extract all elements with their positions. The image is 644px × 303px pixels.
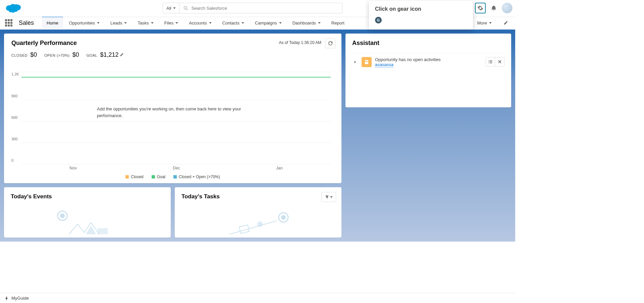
- swatch-icon: [125, 175, 129, 179]
- search-input[interactable]: [192, 6, 338, 11]
- metric-open: OPEN (>70%) $0: [44, 51, 79, 58]
- svg-line-8: [230, 221, 277, 234]
- swatch-icon: [152, 175, 155, 179]
- header-utility: [475, 3, 513, 13]
- refresh-icon: [328, 41, 333, 46]
- card-title: Assistant: [352, 40, 504, 47]
- card-title: Today's Events: [11, 193, 164, 200]
- nav-more[interactable]: More: [472, 20, 496, 26]
- legend-goal: Goal: [152, 174, 165, 179]
- svg-point-10: [257, 221, 263, 227]
- lightning-icon: [5, 296, 9, 301]
- nav-dashboards[interactable]: Dashboards: [288, 16, 325, 29]
- pencil-icon: [503, 20, 508, 25]
- svg-point-0: [184, 6, 187, 9]
- app-name: Sales: [19, 19, 34, 27]
- user-avatar[interactable]: [502, 3, 513, 13]
- legend-closed-open: Closed + Open (>70%): [173, 174, 220, 179]
- todays-tasks-card: Today's Tasks: [175, 187, 341, 238]
- bell-icon: [491, 5, 497, 11]
- expand-item-button[interactable]: [352, 59, 358, 65]
- card-title: Today's Tasks: [181, 193, 335, 200]
- assistant-item: Opportunity has no open activities asasa…: [352, 53, 504, 67]
- chart-legend: Closed Goal Closed + Open (>70%): [11, 174, 334, 179]
- svg-point-3: [60, 213, 65, 218]
- utility-bar-label[interactable]: MyGuide: [11, 296, 29, 301]
- filter-icon: [325, 195, 329, 199]
- gear-icon: [477, 5, 483, 11]
- utility-bar: MyGuide: [0, 293, 515, 303]
- svg-point-7: [281, 215, 286, 220]
- guide-tooltip: Click on gear icon G: [369, 1, 473, 30]
- tooltip-title: Click on gear icon: [375, 6, 467, 12]
- nav-contacts[interactable]: Contacts: [218, 16, 249, 29]
- caret-down-icon: [151, 22, 154, 24]
- chevron-right-icon: [354, 60, 357, 64]
- pencil-icon: [120, 53, 124, 57]
- global-search: All: [163, 3, 342, 13]
- caret-down-icon: [318, 22, 321, 24]
- caret-down-icon: [97, 22, 100, 24]
- nav-opportunities[interactable]: Opportunities: [64, 16, 104, 29]
- assistant-item-text: Opportunity has no open activities asasa…: [375, 57, 441, 67]
- nav-reports[interactable]: Report: [327, 16, 349, 29]
- new-task-button[interactable]: [486, 57, 495, 66]
- performance-chart: 0 300 600 900 1.2K Add the opportunities…: [11, 72, 334, 172]
- right-column: Assistant Opportunity has no open activi…: [345, 34, 511, 238]
- search-scope-dropdown[interactable]: All: [163, 3, 179, 13]
- left-column: Quarterly Performance As of Today 1:36:2…: [4, 34, 341, 238]
- refresh-button[interactable]: [325, 38, 335, 48]
- tasks-illustration: [216, 207, 300, 238]
- search-icon: [183, 6, 188, 10]
- task-filter-button[interactable]: [321, 192, 336, 202]
- todays-events-card: Today's Events: [4, 187, 171, 238]
- salesforce-logo: [4, 2, 21, 14]
- svg-line-1: [187, 9, 188, 10]
- caret-down-icon: [175, 22, 178, 24]
- caret-down-icon: [173, 7, 176, 9]
- nav-files[interactable]: Files: [160, 16, 183, 29]
- nav-campaigns[interactable]: Campaigns: [250, 16, 286, 29]
- opportunity-icon: [362, 57, 372, 67]
- close-icon: [498, 60, 502, 64]
- search-scope-label: All: [166, 6, 171, 11]
- setup-gear-button[interactable]: [475, 3, 486, 13]
- edit-nav-button[interactable]: [500, 17, 511, 28]
- page-canvas: Quarterly Performance As of Today 1:36:2…: [0, 30, 515, 242]
- events-illustration: [46, 207, 129, 238]
- metric-closed: CLOSED $0: [11, 51, 37, 58]
- caret-down-icon: [209, 22, 212, 24]
- caret-down-icon: [279, 22, 282, 24]
- assistant-item-actions: [486, 57, 504, 66]
- myguide-logo-icon: G: [375, 17, 382, 23]
- chart-empty-hint: Add the opportunities you're working on,…: [97, 106, 255, 119]
- nav-home[interactable]: Home: [42, 16, 63, 29]
- caret-down-icon: [124, 22, 127, 24]
- nav-tasks[interactable]: Tasks: [133, 16, 158, 29]
- notifications-button[interactable]: [488, 3, 499, 13]
- assistant-item-link[interactable]: asasassa: [375, 62, 393, 67]
- edit-goal-button[interactable]: [120, 53, 124, 57]
- row-cards: Today's Events Today's Tasks: [4, 187, 341, 238]
- metrics-row: CLOSED $0 OPEN (>70%) $0 GOAL $1,212: [11, 51, 334, 58]
- app-launcher-button[interactable]: [4, 18, 13, 28]
- quarterly-performance-card: Quarterly Performance As of Today 1:36:2…: [4, 34, 341, 183]
- search-box: [179, 3, 342, 13]
- svg-rect-5: [98, 228, 108, 234]
- x-axis-labels: Nov Dec Jan: [21, 166, 331, 170]
- assistant-card: Assistant Opportunity has no open activi…: [345, 34, 511, 107]
- caret-down-icon: [489, 22, 492, 24]
- goal-line: [21, 77, 331, 78]
- caret-down-icon: [241, 22, 244, 24]
- checklist-icon: [488, 59, 493, 64]
- caret-down-icon: [330, 196, 333, 198]
- metric-goal: GOAL $1,212: [87, 51, 124, 58]
- legend-closed: Closed: [125, 174, 143, 179]
- nav-accounts[interactable]: Accounts: [184, 16, 216, 29]
- swatch-icon: [173, 175, 177, 179]
- as-of-timestamp: As of Today 1:36:20 AM: [279, 40, 321, 45]
- dismiss-button[interactable]: [495, 57, 504, 66]
- nav-leads[interactable]: Leads: [106, 16, 131, 29]
